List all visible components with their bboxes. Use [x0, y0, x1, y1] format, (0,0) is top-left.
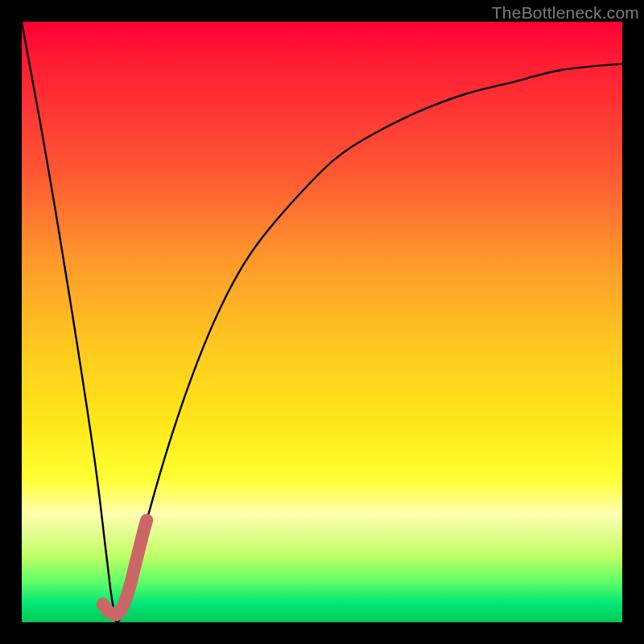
curve-overlay	[22, 22, 622, 622]
plot-area	[22, 22, 622, 622]
chart-frame: TheBottleneck.com	[0, 0, 644, 644]
highlight-segment	[103, 520, 147, 614]
watermark-text: TheBottleneck.com	[492, 3, 639, 23]
bottleneck-curve	[22, 22, 622, 622]
